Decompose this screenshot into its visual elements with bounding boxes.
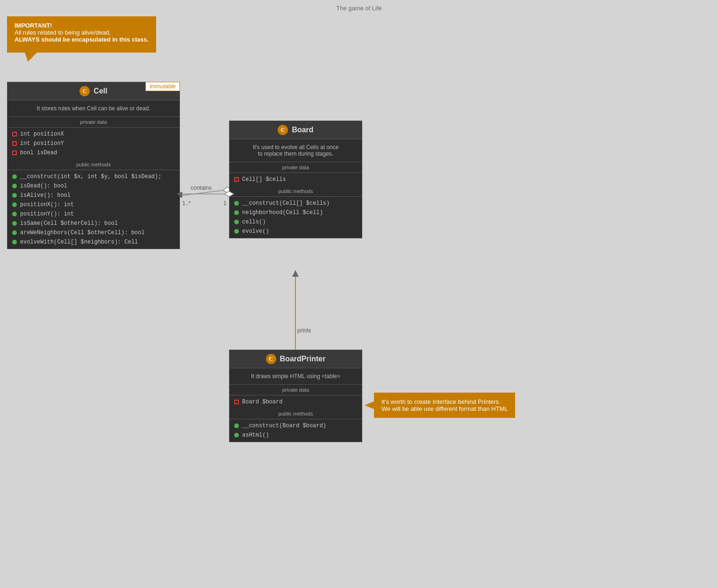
list-item: int positionY [7, 139, 180, 148]
svg-marker-12 [365, 401, 375, 409]
public-icon [234, 201, 239, 206]
boardprinter-class: C BoardPrinter It draws simple HTML usin… [229, 350, 362, 442]
callout-important-line3: ALWAYS should be encapsulated in this cl… [14, 36, 149, 43]
board-public-members: __construct(Cell[] $cells) neighborhood(… [230, 197, 362, 238]
public-icon [12, 212, 17, 216]
boardprinter-class-description: It draws simple HTML using <table> [230, 368, 362, 385]
callout-important-line1: IMPORTANT! [14, 22, 149, 29]
list-item: cells() [230, 217, 362, 227]
boardprinter-class-name: BoardPrinter [280, 355, 326, 363]
svg-marker-11 [292, 270, 299, 277]
public-icon [12, 240, 17, 244]
prints-label: prints [297, 327, 311, 334]
contains-label: contains [191, 185, 212, 191]
contains-mult1: 1..* [182, 200, 191, 207]
contains-mult2: 1 [223, 200, 227, 207]
board-class: C Board It's used to evolve all Cells at… [229, 121, 362, 238]
cell-class-description: It stores rules when Cell can be alive o… [7, 100, 180, 117]
boardprinter-class-header: C BoardPrinter [230, 350, 362, 368]
boardprinter-private-members: Board $board [230, 395, 362, 409]
board-class-header: C Board [230, 121, 362, 139]
list-item: positionY(): int [7, 209, 180, 219]
boardprinter-public-members: __construct(Board $board) asHtml() [230, 419, 362, 442]
list-item: neighborhood(Cell $cell) [230, 208, 362, 217]
cell-class-name: Cell [93, 87, 107, 95]
cell-immutable-badge: Immutable [145, 82, 180, 91]
cell-class-icon: C [79, 86, 90, 96]
private-icon [12, 151, 17, 155]
list-item: __construct(Board $board) [230, 421, 362, 430]
public-icon [12, 184, 17, 188]
list-item: areWeNeighbors(Cell $otherCell): bool [7, 228, 180, 237]
list-item: bool isDead [7, 148, 180, 158]
board-class-description: It's used to evolve all Cells at once to… [230, 139, 362, 162]
svg-marker-6 [91, 61, 105, 80]
board-private-members: Cell[] $cells [230, 173, 362, 186]
private-icon [12, 132, 17, 136]
cell-public-members: __construct(int $x, int $y, bool $isDead… [7, 170, 180, 249]
public-icon [12, 230, 17, 235]
cell-class: C Cell Immutable It stores rules when Ce… [7, 82, 180, 249]
board-class-name: Board [292, 126, 313, 134]
callout-printer-line1: It's worth to create Interface behind Pr… [381, 398, 508, 405]
list-item: isSame(Cell $otherCell): bool [7, 219, 180, 228]
public-icon [234, 229, 239, 234]
list-item: int positionX [7, 129, 180, 139]
callout-important: IMPORTANT! All rules related to being al… [7, 16, 156, 62]
boardprinter-private-data-label: private data [230, 385, 362, 395]
list-item: evolveWith(Cell[] $neighbors): Cell [7, 237, 180, 247]
public-icon [234, 433, 239, 437]
list-item: evolve() [230, 227, 362, 236]
public-icon [12, 174, 17, 179]
cell-private-data-label: private data [7, 117, 180, 128]
list-item: Cell[] $cells [230, 175, 362, 184]
list-item: asHtml() [230, 430, 362, 440]
list-item: Board $board [230, 397, 362, 407]
boardprinter-class-icon: C [266, 354, 276, 364]
callout-printer: It's worth to create Interface behind Pr… [374, 393, 515, 418]
callout-printer-line2: We will be able use different format tha… [381, 405, 508, 412]
private-icon [234, 177, 239, 182]
public-icon [234, 423, 239, 428]
list-item: positionX(): int [7, 200, 180, 209]
public-icon [12, 221, 17, 226]
list-item: isAlive(): bool [7, 191, 180, 200]
public-icon [234, 220, 239, 224]
page-title: The game of Life [0, 0, 718, 16]
public-icon [12, 202, 17, 207]
private-icon [234, 400, 239, 404]
cell-private-members: int positionX int positionY bool isDead [7, 128, 180, 159]
cell-class-header: C Cell Immutable [7, 82, 180, 100]
board-public-methods-label: public methods [230, 186, 362, 197]
board-private-data-label: private data [230, 162, 362, 173]
public-icon [12, 193, 17, 198]
cell-public-methods-label: public methods [7, 159, 180, 170]
board-class-icon: C [278, 125, 288, 135]
list-item: isDead(): bool [7, 181, 180, 191]
public-icon [234, 210, 239, 215]
private-icon [12, 141, 17, 146]
list-item: __construct(int $x, int $y, bool $isDead… [7, 172, 180, 181]
list-item: __construct(Cell[] $cells) [230, 199, 362, 208]
callout-important-line2: All rules related to being alive/dead, [14, 29, 149, 36]
boardprinter-public-methods-label: public methods [230, 409, 362, 419]
